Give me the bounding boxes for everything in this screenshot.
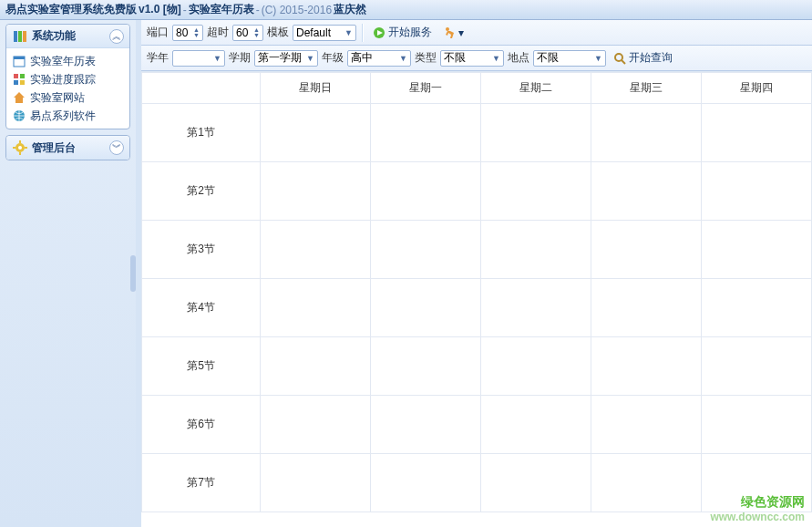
panel-admin-title: 管理后台: [32, 140, 109, 156]
nav-progress[interactable]: 实验进度跟踪: [12, 70, 124, 88]
schedule-cell[interactable]: [481, 221, 591, 279]
day-header: 星期三: [591, 73, 702, 104]
title-dash: -: [183, 4, 187, 16]
schedule-cell[interactable]: [591, 454, 702, 512]
period-label: 第1节: [142, 104, 261, 162]
title-dash2: -: [256, 4, 260, 16]
template-combo[interactable]: Default ▼: [293, 25, 356, 41]
schedule-cell[interactable]: [261, 396, 371, 454]
table-row: 第1节: [142, 104, 812, 162]
schedule-cell[interactable]: [371, 396, 481, 454]
term-value: 第一学期: [258, 50, 303, 66]
schedule-cell[interactable]: [481, 279, 591, 337]
schedule-cell[interactable]: [481, 337, 591, 396]
panel-system: 系统功能 ︽ 实验室年历表 实验进度跟踪 实验室网站 易点系列: [5, 24, 130, 129]
calendar-icon: [12, 54, 26, 68]
schedule-cell[interactable]: [371, 337, 481, 396]
chevron-down-icon: ▼: [492, 54, 500, 63]
separator: [362, 24, 364, 42]
schedule-cell[interactable]: [702, 396, 812, 454]
schedule-cell[interactable]: [261, 279, 371, 337]
schedule-cell[interactable]: [371, 454, 481, 512]
schedule-cell[interactable]: [371, 162, 481, 221]
main-area: 端口 80 ▲▼ 超时 60 ▲▼ 模板 Default ▼ 开始服务: [141, 20, 812, 527]
schedule-cell[interactable]: [591, 396, 702, 454]
books-icon: [12, 28, 28, 45]
schedule-cell[interactable]: [702, 454, 812, 512]
panel-admin-header[interactable]: 管理后台 ︾: [6, 136, 129, 160]
schedule-cell[interactable]: [591, 104, 702, 162]
sidebar: 系统功能 ︽ 实验室年历表 实验进度跟踪 实验室网站 易点系列: [0, 20, 141, 527]
spinner-icon[interactable]: ▲▼: [193, 27, 200, 38]
schedule-cell[interactable]: [702, 279, 812, 337]
schedule-cell[interactable]: [481, 454, 591, 512]
app-title: 易点实验室管理系统免费版: [5, 2, 137, 17]
template-value: Default: [296, 26, 341, 39]
svg-rect-15: [13, 147, 15, 149]
day-header: 星期二: [481, 73, 591, 104]
type-combo[interactable]: 不限 ▼: [440, 50, 504, 67]
schedule-cell[interactable]: [481, 104, 591, 162]
grade-combo[interactable]: 高中 ▼: [347, 50, 411, 67]
schedule-cell[interactable]: [481, 396, 591, 454]
search-label: 开始查询: [629, 50, 673, 66]
nav-calendar[interactable]: 实验室年历表: [12, 52, 124, 70]
start-service-label: 开始服务: [388, 25, 432, 40]
spinner-icon[interactable]: ▲▼: [253, 27, 260, 38]
schedule-cell[interactable]: [371, 104, 481, 162]
panel-system-body: 实验室年历表 实验进度跟踪 实验室网站 易点系列软件: [6, 48, 129, 129]
grade-value: 高中: [351, 50, 396, 66]
schedule-cell[interactable]: [261, 337, 371, 396]
schedule-cell[interactable]: [702, 221, 812, 279]
toolbar-server: 端口 80 ▲▼ 超时 60 ▲▼ 模板 Default ▼ 开始服务: [141, 20, 812, 46]
grade-label: 年级: [322, 50, 344, 66]
schedule-cell[interactable]: [702, 162, 812, 221]
nav-website[interactable]: 实验室网站: [12, 88, 124, 107]
schedule-cell[interactable]: [591, 279, 702, 337]
schedule-cell[interactable]: [591, 221, 702, 279]
expand-icon[interactable]: ︾: [109, 140, 124, 155]
search-icon: [613, 52, 626, 65]
schedule-cell[interactable]: [371, 221, 481, 279]
panel-system-header[interactable]: 系统功能 ︽: [6, 25, 129, 48]
play-icon: [373, 26, 385, 39]
svg-rect-13: [19, 140, 21, 143]
svg-marker-9: [14, 92, 25, 103]
schedule-cell[interactable]: [371, 279, 481, 337]
globe-icon: [12, 108, 26, 123]
svg-rect-5: [14, 74, 18, 78]
chevron-down-icon: ▼: [399, 54, 407, 63]
schedule-cell[interactable]: [481, 162, 591, 221]
schedule-cell[interactable]: [261, 454, 371, 512]
year-combo[interactable]: ▼: [172, 50, 225, 67]
schedule-cell[interactable]: [261, 221, 371, 279]
period-label: 第5节: [142, 337, 261, 396]
schedule-cell[interactable]: [591, 337, 702, 396]
schedule-cell[interactable]: [702, 104, 812, 162]
day-header: 星期一: [371, 73, 481, 104]
schedule-cell[interactable]: [591, 162, 702, 221]
port-input[interactable]: 80 ▲▼: [172, 25, 203, 41]
schedule-cell[interactable]: [261, 162, 371, 221]
start-service-button[interactable]: 开始服务: [369, 24, 436, 42]
period-label: 第7节: [142, 454, 261, 512]
nav-progress-label: 实验进度跟踪: [30, 72, 96, 88]
collapse-icon[interactable]: ︽: [109, 29, 124, 44]
term-combo[interactable]: 第一学期 ▼: [254, 50, 318, 67]
table-row: 第7节: [142, 454, 812, 512]
schedule-table: 星期日 星期一 星期二 星期三 星期四 第1节第2节第3节第4节第5节第6节第7…: [141, 72, 812, 512]
schedule-cell[interactable]: [702, 337, 812, 396]
schedule-cell[interactable]: [261, 104, 371, 162]
timeout-input[interactable]: 60 ▲▼: [232, 25, 263, 41]
day-header: 星期四: [702, 73, 812, 104]
run-menu-button[interactable]: ▾: [439, 24, 468, 42]
table-row: 第3节: [142, 221, 812, 279]
search-button[interactable]: 开始查询: [610, 49, 676, 67]
period-label: 第4节: [142, 279, 261, 337]
svg-rect-4: [14, 57, 25, 59]
svg-rect-0: [14, 31, 17, 42]
svg-rect-14: [19, 152, 21, 155]
nav-software[interactable]: 易点系列软件: [12, 107, 124, 125]
svg-line-21: [622, 60, 625, 64]
place-combo[interactable]: 不限 ▼: [533, 50, 606, 67]
